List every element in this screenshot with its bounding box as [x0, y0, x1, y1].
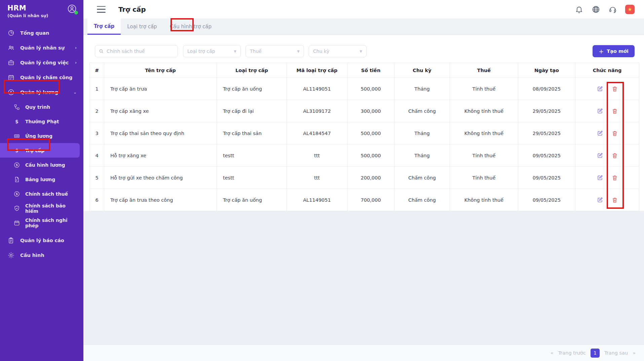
- cell-amount: 200,000: [347, 167, 394, 189]
- sidebar-subitem-tro-cap[interactable]: $ Trợ cấp: [0, 143, 80, 158]
- cell-type: Trợ cấp ăn uống: [217, 189, 287, 211]
- sidebar-subitem-quy-trinh[interactable]: Quy trình: [0, 100, 83, 114]
- headset-icon[interactable]: [608, 5, 617, 14]
- sidebar-item-label: Bảng lương: [25, 177, 55, 182]
- cell-cycle: Chấm công: [394, 189, 450, 211]
- sidebar-item-label: Quy trình: [25, 104, 50, 110]
- page-title: Trợ cấp: [118, 5, 146, 13]
- banknote-icon: 100: [13, 133, 20, 139]
- cell-created: 29/05/2025: [518, 100, 575, 122]
- globe-icon[interactable]: [592, 5, 600, 14]
- brand: HRM (Quản lí nhân sự): [0, 0, 83, 18]
- cell-index: 6: [90, 189, 104, 211]
- cell-code: AL1149051: [287, 189, 347, 211]
- sidebar-subitem-cau-hinh-luong[interactable]: $ Cấu hình lương: [0, 158, 83, 172]
- bell-icon[interactable]: [575, 5, 583, 14]
- trash-icon[interactable]: [611, 108, 618, 114]
- edit-icon[interactable]: [597, 152, 603, 159]
- create-button-label: Tạo mới: [607, 48, 629, 54]
- cell-name: Trợ cấp xăng xe: [104, 100, 217, 122]
- svg-text:100: 100: [15, 135, 19, 137]
- sidebar: HRM (Quản lí nhân sự) Tổng quan Quản lý …: [0, 0, 83, 361]
- create-button[interactable]: + Tạo mới: [593, 45, 635, 57]
- cell-type: testt: [217, 167, 287, 189]
- search-input[interactable]: [107, 48, 174, 54]
- trash-icon[interactable]: [611, 152, 618, 159]
- prev-page-chevron-icon[interactable]: «: [551, 350, 554, 356]
- sidebar-menu: Tổng quan Quản lý nhân sự › Quản lý công…: [0, 26, 83, 263]
- select-placeholder: Loại trợ cấp: [187, 48, 215, 54]
- dropdown-arrow-icon: ▼: [297, 50, 300, 53]
- table-header-row: # Tên trợ cấp Loại trợ cấp Mã loại trợ c…: [90, 63, 639, 78]
- edit-icon[interactable]: [597, 86, 603, 92]
- trash-icon[interactable]: [611, 86, 618, 92]
- chevron-down-icon: ⌄: [73, 90, 77, 95]
- sidebar-item-quan-ly-cong-viec[interactable]: Quản lý công việc ›: [0, 55, 83, 70]
- dollar-circle-icon: $: [13, 162, 20, 168]
- sidebar-item-cau-hinh[interactable]: Cấu hình: [0, 248, 83, 263]
- sidebar-subitem-chinh-sach-bao-hiem[interactable]: Chính sách bảo hiểm: [0, 201, 83, 216]
- next-page-chevron-icon[interactable]: »: [633, 350, 636, 356]
- shield-check-icon: [13, 205, 20, 212]
- edit-icon[interactable]: [597, 130, 603, 137]
- sidebar-subitem-bang-luong[interactable]: Bảng lương: [0, 172, 83, 187]
- sidebar-subitem-chinh-sach-thue[interactable]: $ Chính sách thuế: [0, 187, 83, 201]
- search-icon: [99, 48, 104, 54]
- sidebar-subitem-ung-luong[interactable]: 100 Ứng lương: [0, 129, 83, 143]
- edit-icon[interactable]: [597, 174, 603, 181]
- table-row: 6 Trợ cấp ăn trưa theo công Trợ cấp ăn u…: [90, 189, 639, 211]
- prev-page-button[interactable]: Trang trước: [558, 350, 586, 356]
- cell-type: Trợ cấp đi lại: [217, 100, 287, 122]
- sidebar-item-quan-ly-bao-cao[interactable]: Quản lý báo cáo: [0, 233, 83, 248]
- table-row: 2 Trợ cấp xăng xe Trợ cấp đi lại AL31091…: [90, 100, 639, 122]
- people-icon: [7, 44, 15, 52]
- tab-cau-hinh-tro-cap[interactable]: Cấu hình trợ cấp: [163, 19, 218, 35]
- cell-index: 4: [90, 144, 104, 167]
- cell-code: ttt: [287, 144, 347, 167]
- tab-loai-tro-cap[interactable]: Loại trợ cấp: [121, 19, 163, 35]
- cell-created: 09/05/2025: [518, 167, 575, 189]
- sidebar-item-quan-ly-cham-cong[interactable]: Quản lý chấm công: [0, 70, 83, 85]
- select-loai-tro-cap[interactable]: Loại trợ cấp ▼: [183, 45, 241, 57]
- sidebar-item-tong-quan[interactable]: Tổng quan: [0, 26, 83, 40]
- svg-text:$: $: [10, 91, 12, 94]
- col-cycle: Chu kỳ: [394, 63, 450, 78]
- calendar-icon: [13, 220, 20, 226]
- cell-cycle: Chấm công: [394, 167, 450, 189]
- table-row: 3 Trợ cấp thai sản theo quy định Trợ cấp…: [90, 122, 639, 144]
- cell-name: Trợ cấp ăn trưa: [104, 78, 217, 100]
- report-icon: [7, 237, 15, 244]
- user-avatar-icon[interactable]: [67, 3, 77, 14]
- dollar-circle-icon: $: [13, 191, 20, 197]
- workflow-icon: [13, 104, 20, 110]
- cell-amount: 500,000: [347, 78, 394, 100]
- sidebar-item-quan-ly-nhan-su[interactable]: Quản lý nhân sự ›: [0, 40, 83, 55]
- cell-amount: 300,000: [347, 100, 394, 122]
- trash-icon[interactable]: [611, 130, 618, 137]
- dollar-icon: $: [13, 147, 20, 154]
- cell-tax: Tính thuế: [450, 144, 518, 167]
- sidebar-subitem-chinh-sach-nghi-phep[interactable]: Chính sách nghỉ phép: [0, 216, 83, 230]
- select-thue[interactable]: Thuế ▼: [245, 45, 304, 57]
- select-chu-ky[interactable]: Chu kỳ ▼: [309, 45, 367, 57]
- tab-tro-cap[interactable]: Trợ cấp: [87, 19, 121, 35]
- svg-text:$: $: [16, 192, 18, 196]
- sidebar-item-label: Quản lý báo cáo: [20, 238, 64, 243]
- plus-icon: +: [599, 48, 604, 55]
- cell-code: AL4184547: [287, 122, 347, 144]
- trash-icon[interactable]: [611, 197, 618, 203]
- sidebar-subitem-thuong-phat[interactable]: $ Thưởng Phạt: [0, 114, 83, 129]
- current-page-button[interactable]: 1: [591, 349, 600, 358]
- sidebar-item-quan-ly-luong[interactable]: $ Quản lý lương ⌄: [0, 85, 83, 100]
- edit-icon[interactable]: [597, 197, 603, 203]
- cell-tax: Không tính thuế: [450, 189, 518, 211]
- cell-code: ttt: [287, 167, 347, 189]
- edit-icon[interactable]: [597, 108, 603, 114]
- topbar-icons: ★: [575, 5, 635, 14]
- vietnam-flag-icon[interactable]: ★: [625, 5, 635, 14]
- main-area: Trợ cấp ★ Trợ cấp Loại trợ cấp Cấu hình …: [83, 0, 644, 361]
- hamburger-menu-icon[interactable]: [97, 6, 106, 13]
- sidebar-item-label: Quản lý công việc: [20, 60, 69, 65]
- next-page-button[interactable]: Trang sau: [604, 350, 628, 356]
- trash-icon[interactable]: [611, 174, 618, 181]
